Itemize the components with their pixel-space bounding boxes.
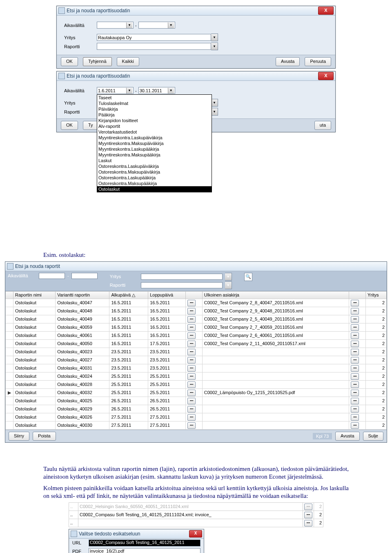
- pdf-field[interactable]: invoice_16(2).pdf: [89, 548, 200, 553]
- kaikki-button[interactable]: Kaikki: [117, 57, 139, 66]
- column-header[interactable]: [349, 291, 366, 299]
- chevron-down-icon[interactable]: ▼: [211, 99, 218, 107]
- view-button[interactable]: •••: [304, 520, 312, 526]
- table-row[interactable]: ..•••2: [69, 519, 323, 527]
- view-button[interactable]: •••: [351, 390, 359, 396]
- view-button[interactable]: •••: [351, 365, 359, 372]
- column-header[interactable]: Alkupäivä △: [109, 291, 148, 299]
- poista-button[interactable]: Poista: [33, 432, 56, 441]
- close-button[interactable]: X: [189, 530, 202, 537]
- view-button[interactable]: •••: [187, 422, 196, 429]
- table-row[interactable]: OstolaskutOstolasku_4004716.5.201116.5.2…: [6, 299, 387, 307]
- dropdown-option[interactable]: Alv-raportit: [97, 123, 212, 129]
- view-button[interactable]: •••: [351, 406, 359, 413]
- table-row[interactable]: OstolaskutOstolasku_4002323.5.201123.5.2…: [6, 348, 387, 356]
- view-button[interactable]: •••: [304, 504, 312, 510]
- dropdown-option[interactable]: Ostoreskontra.Maksupäiväkirja: [97, 169, 212, 175]
- table-row[interactable]: OstolaskutOstolasku_4005016.5.201117.5.2…: [6, 339, 387, 348]
- column-header[interactable]: [6, 291, 13, 299]
- ok-button[interactable]: OK: [61, 57, 78, 66]
- titlebar[interactable]: Etsi ja nouda raporttisuodatin X: [57, 71, 335, 81]
- chevron-down-icon[interactable]: ▼: [225, 273, 232, 281]
- chevron-down-icon[interactable]: ▼: [211, 33, 218, 41]
- chevron-down-icon[interactable]: ▼: [126, 22, 132, 28]
- view-button[interactable]: •••: [187, 308, 196, 314]
- view-button[interactable]: •••: [187, 390, 196, 396]
- table-row[interactable]: OstolaskutOstolasku_4002723.5.201123.5.2…: [6, 356, 387, 364]
- avusta-button[interactable]: Avusta: [276, 57, 300, 66]
- dropdown-option[interactable]: Taseet: [97, 95, 212, 100]
- search-icon[interactable]: 🔍: [244, 273, 252, 281]
- column-header[interactable]: Ulkoinen asiakirja: [202, 291, 349, 299]
- dropdown-option[interactable]: Myyntireskontra.Laskupääkirja: [97, 146, 212, 152]
- titlebar[interactable]: Etsi ja nouda raporttisuodatin X: [57, 6, 335, 16]
- dropdown-option[interactable]: Kirjanpidon tositteet: [97, 118, 212, 123]
- peruuta-button[interactable]: Peruuta: [305, 57, 331, 66]
- view-button[interactable]: •••: [351, 381, 359, 388]
- url-field[interactable]: C0002_Compasu Soft Testing_16_40125_2011: [89, 540, 200, 546]
- view-button[interactable]: •••: [351, 349, 359, 355]
- table-row[interactable]: OstolaskutOstolasku_4003123.5.201123.5.2…: [6, 364, 387, 372]
- table-row[interactable]: OstolaskutOstolasku_4002926.5.201126.5.2…: [6, 405, 387, 413]
- table-row[interactable]: OstolaskutOstolasku_4002627.5.201127.5.2…: [6, 413, 387, 421]
- dropdown-option[interactable]: Ostoreskontra.Maksupääkirja: [97, 181, 212, 186]
- peruuta-button-trunc[interactable]: uta: [314, 121, 331, 130]
- date-from-input[interactable]: 1.1.2011: [39, 273, 65, 279]
- dropdown-option[interactable]: Päiväkirja: [97, 106, 212, 112]
- view-button[interactable]: •••: [351, 357, 359, 363]
- view-button[interactable]: •••: [351, 341, 359, 347]
- view-button[interactable]: •••: [187, 357, 196, 363]
- table-row[interactable]: ..C0002_Compasu Soft Testing_16_40125_20…: [69, 511, 323, 519]
- yritys-input[interactable]: Rautakauppa Oy: [97, 34, 211, 41]
- raportti-dropdown[interactable]: TaseetTuloslaskelmatPäiväkirjaPääkirjaKi…: [97, 94, 212, 192]
- view-button[interactable]: •••: [351, 373, 359, 380]
- view-button[interactable]: •••: [187, 324, 196, 331]
- view-button[interactable]: •••: [351, 414, 359, 421]
- view-button[interactable]: •••: [187, 406, 196, 413]
- dropdown-option[interactable]: Laskut: [97, 158, 212, 163]
- table-row[interactable]: OstolaskutOstolasku_4004816.5.201116.5.2…: [6, 307, 387, 315]
- avusta-button[interactable]: Avusta: [335, 432, 359, 441]
- table-row[interactable]: OstolaskutOstolasku_4005916.5.201116.5.2…: [6, 323, 387, 331]
- view-button[interactable]: •••: [187, 300, 196, 306]
- dropdown-option[interactable]: Myyntireskontra.Laskupäiväkirja: [97, 135, 212, 140]
- table-row[interactable]: OstolaskutOstolasku_4004916.5.201116.5.2…: [6, 315, 387, 323]
- view-button[interactable]: •••: [351, 332, 359, 339]
- chevron-down-icon[interactable]: ▼: [168, 22, 174, 28]
- chevron-down-icon[interactable]: ▼: [211, 108, 218, 116]
- chevron-down-icon[interactable]: ▼: [168, 88, 174, 94]
- tyhjenna-button-trunc[interactable]: Ty: [83, 121, 98, 130]
- dropdown-option[interactable]: Ostolaskut: [97, 186, 212, 192]
- view-button[interactable]: •••: [351, 324, 359, 331]
- view-button[interactable]: •••: [351, 422, 359, 429]
- date-to-input[interactable]: 30.11.2011: [71, 273, 98, 279]
- dropdown-option[interactable]: Tuloslaskelmat: [97, 100, 212, 106]
- chevron-down-icon[interactable]: ▼: [211, 42, 218, 50]
- siirry-button[interactable]: Siirry: [9, 432, 29, 441]
- table-row[interactable]: ..C0002_Helsingin Sanko_60550_40051_2011…: [69, 502, 323, 511]
- table-row[interactable]: ▶OstolaskutOstolasku_4003225.5.201125.5.…: [6, 388, 387, 397]
- view-button[interactable]: •••: [304, 512, 312, 518]
- column-header[interactable]: Loppupäivä: [148, 291, 186, 299]
- view-button[interactable]: •••: [187, 332, 196, 339]
- view-button[interactable]: •••: [187, 349, 196, 355]
- dropdown-option[interactable]: Pääkirja: [97, 112, 212, 118]
- dropdown-option[interactable]: Ostoreskontra.Laskupäiväkirja: [97, 163, 212, 169]
- view-button[interactable]: •••: [187, 381, 196, 388]
- chevron-down-icon[interactable]: ▼: [225, 281, 232, 289]
- view-button[interactable]: •••: [351, 300, 359, 306]
- ok-button[interactable]: OK: [61, 121, 78, 130]
- view-button[interactable]: •••: [187, 373, 196, 380]
- dropdown-option[interactable]: Ostoreskontra.Laskupääkirja: [97, 175, 212, 181]
- raportti-input[interactable]: Ostolaskut: [141, 282, 223, 288]
- table-row[interactable]: OstolaskutOstolasku_4006116.5.201116.5.2…: [6, 331, 387, 339]
- dropdown-option[interactable]: Verotarkastustiedot: [97, 129, 212, 135]
- yritys-input[interactable]: Rautakauppa Oy: [141, 274, 223, 280]
- table-row[interactable]: OstolaskutOstolasku_4003027.5.201127.5.2…: [6, 421, 387, 429]
- sulje-button[interactable]: Sulje: [363, 432, 383, 441]
- dropdown-option[interactable]: Myyntireskontra.Maksupääkirja: [97, 152, 212, 158]
- raportti-input[interactable]: [97, 43, 211, 50]
- close-button[interactable]: X: [318, 72, 334, 80]
- date-from-input[interactable]: 1.6.2011▼: [97, 87, 134, 94]
- dropdown-option[interactable]: Myyntireskontra.Maksupäiväkirja: [97, 140, 212, 146]
